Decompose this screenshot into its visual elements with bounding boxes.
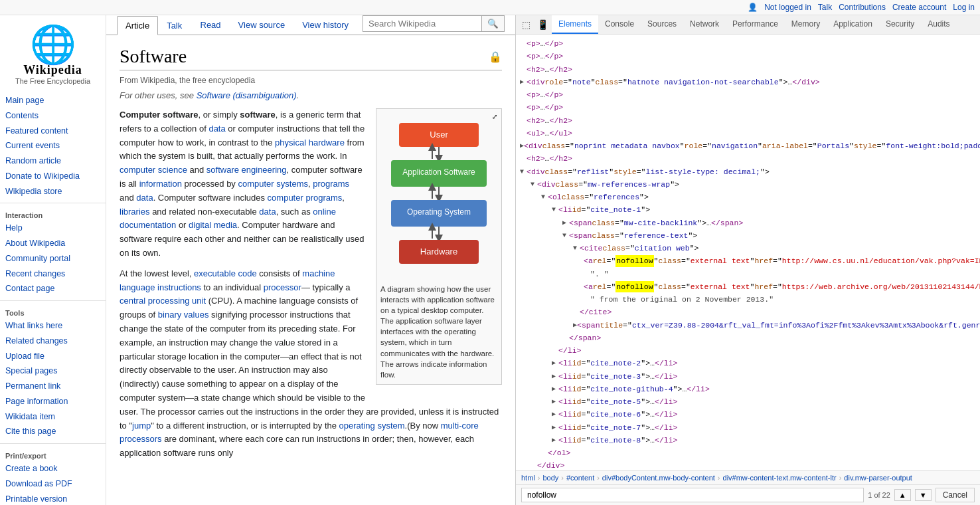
element-line[interactable]: <p>…</p> (516, 50, 980, 62)
sidebar-item-wikidata[interactable]: Wikidata item (0, 409, 106, 425)
element-line[interactable]: </cite> (516, 306, 980, 318)
sidebar-item-recent-changes[interactable]: Recent changes (0, 266, 106, 282)
element-line[interactable]: <li id="cite_note-2">…</li> (516, 357, 980, 369)
elements-panel[interactable]: <p>…</p> <p>…</p> <h2>…</h2> <div role="… (516, 35, 980, 470)
link-physical-hardware[interactable]: physical hardware (275, 138, 345, 148)
link-multicore[interactable]: multi-core processors (120, 421, 479, 445)
triangle-icon[interactable] (520, 77, 527, 87)
element-line[interactable]: <li id="cite_note-1"> (516, 203, 980, 216)
sidebar-item-permanent[interactable]: Permanent link (0, 379, 106, 394)
talk-link[interactable]: Talk (818, 3, 832, 12)
triangle-icon[interactable] (573, 243, 580, 253)
triangle-icon[interactable] (552, 371, 558, 381)
diagram-expand-icon[interactable]: ⤢ (492, 113, 497, 120)
element-line[interactable]: </div> (516, 459, 980, 470)
breadcrumb-content-text[interactable]: div#mw-content-text.mw-content-ltr (723, 474, 837, 482)
contributions-link[interactable]: Contributions (839, 3, 886, 12)
triangle-icon[interactable] (552, 423, 558, 433)
tab-read[interactable]: Read (192, 15, 230, 35)
triangle-icon[interactable] (541, 192, 548, 202)
devtools-tab-console[interactable]: Console (598, 15, 641, 34)
element-line[interactable]: <h2>…</h2> (516, 63, 980, 76)
search-button[interactable]: 🔍 (482, 15, 505, 32)
tab-view-history[interactable]: View history (293, 15, 357, 35)
triangle-icon[interactable] (531, 179, 537, 189)
search-next-btn[interactable]: ▼ (915, 489, 932, 501)
element-line[interactable]: ". " (516, 268, 980, 280)
element-line[interactable]: " from the original on 2 November 2013." (516, 293, 980, 306)
element-line-nofollow-2[interactable]: <a rel="nofollow" class="external text" … (516, 280, 980, 293)
devtools-device-btn[interactable]: 📱 (534, 17, 552, 32)
devtools-tab-application[interactable]: Application (827, 15, 879, 34)
triangle-icon[interactable] (552, 409, 558, 419)
sidebar-item-featured[interactable]: Featured content (0, 124, 106, 139)
element-line[interactable]: <div class="noprint metadata navbox" rol… (516, 140, 980, 152)
sidebar-item-help[interactable]: Help (0, 221, 106, 236)
link-os[interactable]: operating system (339, 421, 405, 431)
disambig-link[interactable]: Software (disambiguation) (197, 90, 297, 100)
breadcrumb-html[interactable]: html (521, 474, 535, 482)
create-account-link[interactable]: Create account (892, 3, 946, 12)
sidebar-item-printable[interactable]: Printable version (0, 492, 106, 506)
breadcrumb-content[interactable]: #content (566, 474, 594, 482)
triangle-icon[interactable] (552, 205, 558, 215)
element-line[interactable]: <ol class="references"> (516, 191, 980, 203)
sidebar-item-cite[interactable]: Cite this page (0, 424, 106, 439)
sidebar-item-community[interactable]: Community portal (0, 251, 106, 266)
devtools-tab-audits[interactable]: Audits (921, 15, 956, 34)
tab-article[interactable]: Article (117, 16, 158, 35)
sidebar-item-what-links[interactable]: What links here (0, 318, 106, 334)
breadcrumb-parser-output[interactable]: div.mw-parser-output (844, 474, 912, 482)
devtools-tab-network[interactable]: Network (683, 15, 726, 34)
devtools-inspect-btn[interactable]: ⬚ (519, 17, 534, 32)
sidebar-item-current-events[interactable]: Current events (0, 138, 106, 153)
devtools-tab-elements[interactable]: Elements (552, 15, 598, 34)
link-jump[interactable]: jump (132, 421, 151, 431)
devtools-tab-performance[interactable]: Performance (726, 15, 785, 34)
triangle-icon[interactable] (520, 167, 527, 177)
element-line[interactable]: <p>…</p> (516, 37, 980, 50)
link-executable-code[interactable]: executable code (194, 268, 257, 278)
search-cancel-btn[interactable]: Cancel (936, 488, 975, 502)
element-line[interactable]: <li id="cite_note-6">…</li> (516, 408, 980, 421)
sidebar-item-download-pdf[interactable]: Download as PDF (0, 476, 106, 492)
sidebar-item-about[interactable]: About Wikipedia (0, 236, 106, 251)
element-line[interactable]: </span> (516, 332, 980, 344)
element-line[interactable]: <div class="reflist" style="list-style-t… (516, 165, 980, 178)
element-line[interactable]: <li id="cite_note-github-4">…</li> (516, 383, 980, 395)
link-binary-values[interactable]: binary values (158, 310, 209, 320)
devtools-search-input[interactable] (521, 488, 864, 502)
sidebar-item-special[interactable]: Special pages (0, 363, 106, 379)
sidebar-item-random[interactable]: Random article (0, 153, 106, 169)
triangle-icon[interactable] (552, 397, 558, 407)
element-line[interactable]: <li id="cite_note-5">…</li> (516, 395, 980, 408)
link-software-engineering[interactable]: software engineering (206, 165, 287, 175)
link-data[interactable]: data (208, 124, 225, 134)
link-programs[interactable]: programs (313, 179, 349, 189)
breadcrumb-body[interactable]: body (542, 474, 558, 482)
link-computer-systems[interactable]: computer systems (238, 179, 307, 189)
element-line[interactable]: <li id="cite_note-8">…</li> (516, 434, 980, 447)
element-line-nofollow-1[interactable]: <a rel="nofollow" class="external text" … (516, 254, 980, 267)
devtools-tab-security[interactable]: Security (879, 15, 921, 34)
sidebar-item-create-book[interactable]: Create a book (0, 461, 106, 476)
search-input[interactable] (363, 15, 482, 32)
element-line[interactable]: <span title="ctx_ver=Z39.88-2004&rft_val… (516, 319, 980, 332)
sidebar-item-contents[interactable]: Contents (0, 108, 106, 124)
sidebar-item-main-page[interactable]: Main page (0, 93, 106, 108)
sidebar-item-related-changes[interactable]: Related changes (0, 334, 106, 349)
sidebar-item-upload[interactable]: Upload file (0, 349, 106, 364)
sidebar-item-page-info[interactable]: Page information (0, 394, 106, 409)
sidebar-item-store[interactable]: Wikipedia store (0, 184, 106, 199)
element-line[interactable]: </li> (516, 344, 980, 357)
link-computer-programs[interactable]: computer programs (268, 193, 343, 203)
triangle-icon[interactable] (562, 231, 569, 241)
link-libraries[interactable]: libraries (120, 207, 150, 217)
devtools-tab-sources[interactable]: Sources (641, 15, 683, 34)
not-logged-in-link[interactable]: Not logged in (764, 3, 811, 12)
triangle-icon[interactable] (552, 435, 558, 445)
element-line[interactable]: <p>…</p> (516, 88, 980, 101)
element-line[interactable]: </ol> (516, 447, 980, 459)
sidebar-item-donate[interactable]: Donate to Wikipedia (0, 169, 106, 184)
search-prev-btn[interactable]: ▲ (894, 489, 911, 501)
